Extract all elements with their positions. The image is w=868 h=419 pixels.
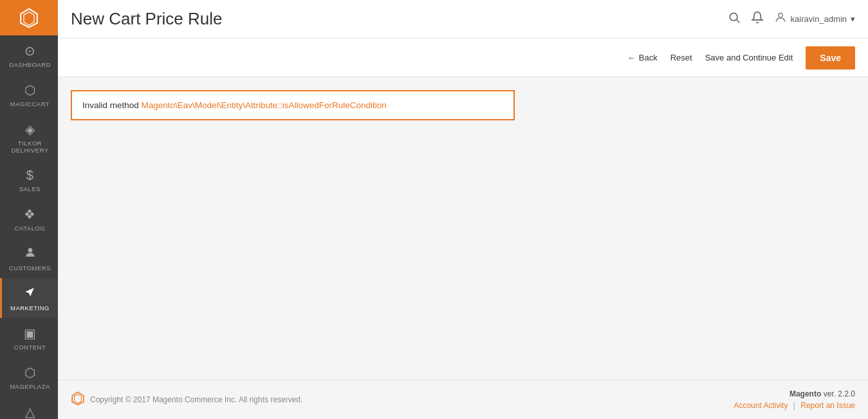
sidebar-item-tilkor[interactable]: ◈ TILKORDELHIVERY	[0, 114, 58, 160]
sidebar-item-label: CONTENT	[14, 344, 46, 351]
dashboard-icon: ⊙	[24, 43, 36, 59]
magento-logo-icon	[71, 391, 85, 409]
report-issue-link[interactable]: Report an Issue	[800, 401, 855, 410]
reset-button[interactable]: Reset	[670, 53, 692, 62]
sidebar-item-label: MAGEPLAZA	[10, 383, 50, 390]
footer-copyright: Copyright © 2017 Magento Commerce Inc. A…	[90, 395, 302, 404]
magento-version-number: ver. 2.2.0	[824, 389, 855, 398]
search-icon[interactable]	[728, 11, 741, 27]
action-bar: ← Back Reset Save and Continue Edit Save	[58, 39, 868, 77]
customers-icon	[24, 246, 37, 262]
sidebar-item-label: DASHBOARD	[9, 61, 51, 68]
footer: Copyright © 2017 Magento Commerce Inc. A…	[58, 380, 868, 419]
user-avatar-icon	[774, 11, 787, 27]
sidebar: ⊙ DASHBOARD ⬡ MAGICCART ◈ TILKORDELHIVER…	[0, 0, 58, 419]
sidebar-item-label: CATALOG	[15, 225, 46, 232]
sidebar-item-content[interactable]: ▣ CONTENT	[0, 318, 58, 357]
mageplaza-icon: ⬡	[24, 365, 36, 380]
magiccart-icon: ⬡	[24, 82, 36, 98]
user-name: kairavin_admin	[791, 14, 847, 24]
save-continue-button[interactable]: Save and Continue Edit	[705, 53, 793, 62]
sidebar-item-label: TILKORDELHIVERY	[11, 140, 48, 154]
sidebar-item-label: MAGICCART	[10, 100, 50, 107]
content-icon: ▣	[24, 326, 37, 341]
page-title: New Cart Price Rule	[71, 9, 223, 29]
main-content: New Cart Price Rule kairavin_admin ▾ ← B…	[58, 0, 868, 419]
back-button[interactable]: ← Back	[627, 53, 658, 62]
svg-point-3	[778, 13, 782, 17]
user-menu[interactable]: kairavin_admin ▾	[774, 11, 855, 27]
plumrocket-icon: △	[25, 404, 35, 419]
sidebar-item-sales[interactable]: $ SALES	[0, 160, 58, 199]
error-link[interactable]: Magento\Eav\Model\Entity\Attribute::isAl…	[142, 100, 387, 110]
top-bar-actions: kairavin_admin ▾	[728, 11, 855, 27]
marketing-icon	[24, 286, 37, 302]
back-arrow-icon: ←	[627, 53, 636, 62]
sidebar-item-customers[interactable]: CUSTOMERS	[0, 238, 58, 278]
svg-point-0	[28, 248, 32, 252]
footer-left: Copyright © 2017 Magento Commerce Inc. A…	[71, 391, 302, 409]
back-label: Back	[639, 53, 658, 62]
footer-links: Account Activity | Report an Issue	[734, 401, 855, 410]
svg-point-1	[730, 13, 737, 21]
error-message-box: Invalid method Magento\Eav\Model\Entity\…	[71, 90, 515, 120]
sidebar-item-label: SALES	[19, 185, 41, 192]
sidebar-item-label: MARKETING	[10, 304, 50, 312]
sidebar-item-dashboard[interactable]: ⊙ DASHBOARD	[0, 35, 58, 75]
notifications-icon[interactable]	[751, 11, 764, 27]
sidebar-item-catalog[interactable]: ❖ CATALOG	[0, 199, 58, 238]
svg-line-2	[736, 20, 739, 23]
footer-separator: |	[793, 401, 795, 410]
user-dropdown-icon: ▾	[851, 14, 855, 24]
sidebar-item-plumrocket[interactable]: △ PLUMROCKET	[0, 396, 58, 419]
sidebar-logo	[0, 0, 58, 35]
tilkor-icon: ◈	[25, 122, 35, 137]
sidebar-item-mageplaza[interactable]: ⬡ MAGEPLAZA	[0, 357, 58, 396]
catalog-icon: ❖	[24, 207, 36, 222]
magento-version: Magento ver. 2.2.0	[734, 389, 855, 398]
sidebar-item-label: CUSTOMERS	[9, 265, 51, 272]
magento-label: Magento	[790, 389, 821, 398]
content-area: Invalid method Magento\Eav\Model\Entity\…	[58, 77, 868, 380]
sidebar-item-magiccart[interactable]: ⬡ MAGICCART	[0, 75, 58, 114]
footer-right: Magento ver. 2.2.0 Account Activity | Re…	[734, 389, 855, 410]
sidebar-item-marketing[interactable]: MARKETING	[0, 278, 58, 318]
error-text-prefix: Invalid method	[82, 100, 142, 110]
sales-icon: $	[26, 168, 34, 183]
account-activity-link[interactable]: Account Activity	[734, 401, 788, 410]
top-bar: New Cart Price Rule kairavin_admin ▾	[58, 0, 868, 39]
save-button[interactable]: Save	[806, 46, 855, 70]
